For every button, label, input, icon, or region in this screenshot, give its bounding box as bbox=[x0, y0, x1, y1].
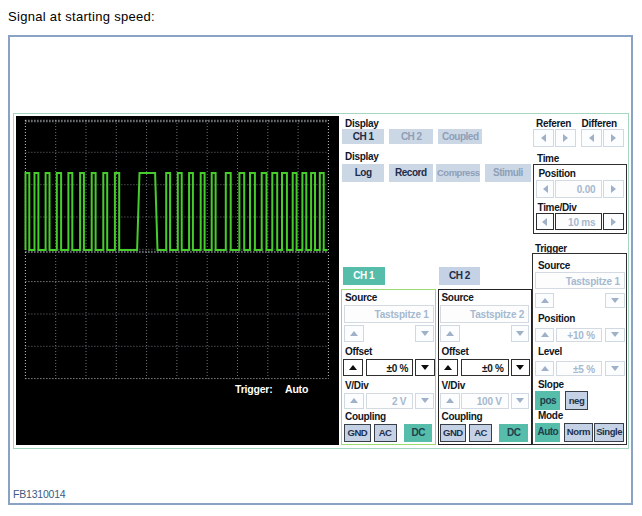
svg-text:Trigger:: Trigger: bbox=[235, 383, 273, 395]
svg-text:Auto: Auto bbox=[285, 383, 308, 395]
